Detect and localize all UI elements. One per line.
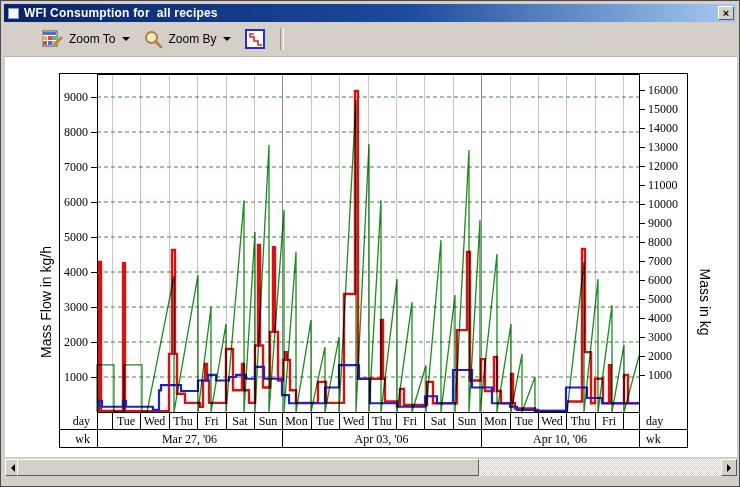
left-axis-title: Mass Flow in kg/h: [38, 246, 54, 358]
step-chart-icon: [245, 29, 265, 49]
svg-text:Fri: Fri: [602, 414, 617, 428]
chart-options-button[interactable]: [240, 27, 270, 51]
horizontal-scrollbar[interactable]: [5, 459, 737, 476]
svg-text:Sun: Sun: [259, 414, 278, 428]
svg-text:16000: 16000: [648, 83, 678, 97]
svg-text:wk: wk: [75, 432, 90, 446]
svg-text:Mon: Mon: [484, 414, 507, 428]
svg-text:4000: 4000: [648, 311, 672, 325]
scroll-right-button[interactable]: [721, 459, 737, 476]
zoom-by-magnifier-icon: [144, 30, 163, 49]
chart-plot[interactable]: 1000200030004000500060007000800090001000…: [60, 74, 687, 447]
svg-text:6000: 6000: [648, 273, 672, 287]
svg-text:9000: 9000: [648, 216, 672, 230]
svg-text:5000: 5000: [648, 292, 672, 306]
svg-text:2000: 2000: [64, 335, 88, 349]
svg-text:13000: 13000: [648, 140, 678, 154]
scroll-right-icon: [727, 464, 731, 472]
svg-text:wk: wk: [646, 432, 661, 446]
svg-text:Apr 10, '06: Apr 10, '06: [533, 432, 587, 446]
svg-text:12000: 12000: [648, 159, 678, 173]
app-icon: [8, 8, 19, 19]
svg-text:Fri: Fri: [403, 414, 418, 428]
svg-text:Sat: Sat: [232, 414, 248, 428]
svg-text:3000: 3000: [64, 300, 88, 314]
zoom-by-button[interactable]: Zoom By: [139, 27, 236, 51]
svg-text:4000: 4000: [64, 265, 88, 279]
svg-text:Thu: Thu: [571, 414, 590, 428]
svg-text:day: day: [73, 414, 90, 428]
svg-text:Sat: Sat: [431, 414, 447, 428]
zoom-to-label: Zoom To: [69, 32, 115, 46]
right-axis-title: Mass in kg: [697, 269, 713, 336]
svg-text:5000: 5000: [64, 230, 88, 244]
zoom-to-chevron-down-icon[interactable]: [122, 37, 130, 41]
close-icon: ×: [723, 8, 729, 19]
svg-text:Tue: Tue: [316, 414, 334, 428]
close-button[interactable]: ×: [718, 6, 734, 20]
scroll-left-icon: [11, 464, 15, 472]
svg-text:Wed: Wed: [343, 414, 365, 428]
svg-text:Tue: Tue: [515, 414, 533, 428]
svg-text:Mon: Mon: [285, 414, 308, 428]
svg-text:Apr 03, '06: Apr 03, '06: [355, 432, 409, 446]
zoom-by-label: Zoom By: [168, 32, 216, 46]
svg-text:15000: 15000: [648, 102, 678, 116]
svg-text:1000: 1000: [64, 370, 88, 384]
scrollbar-thumb[interactable]: [17, 459, 479, 476]
svg-text:10000: 10000: [648, 197, 678, 211]
svg-text:Tue: Tue: [117, 414, 135, 428]
svg-text:3000: 3000: [648, 330, 672, 344]
title-bar[interactable]: WFI Consumption for all recipes ×: [4, 4, 736, 22]
svg-text:14000: 14000: [648, 121, 678, 135]
svg-text:Fri: Fri: [204, 414, 219, 428]
svg-text:7000: 7000: [64, 160, 88, 174]
svg-text:6000: 6000: [64, 195, 88, 209]
zoom-by-chevron-down-icon[interactable]: [223, 37, 231, 41]
svg-text:Wed: Wed: [144, 414, 166, 428]
svg-text:11000: 11000: [648, 178, 678, 192]
zoom-to-button[interactable]: Zoom To: [37, 27, 135, 51]
zoom-to-icon: [42, 30, 64, 48]
svg-text:Sun: Sun: [458, 414, 477, 428]
window: WFI Consumption for all recipes × Zoom T…: [0, 0, 740, 487]
window-title: WFI Consumption for all recipes: [24, 6, 718, 20]
svg-text:9000: 9000: [64, 90, 88, 104]
svg-text:8000: 8000: [648, 235, 672, 249]
svg-text:Mar 27, '06: Mar 27, '06: [162, 432, 217, 446]
svg-text:7000: 7000: [648, 254, 672, 268]
toolbar: Zoom To Zoom By: [4, 22, 736, 57]
chart-area: Mass Flow in kg/h Mass in kg 10002000300…: [5, 57, 737, 457]
toolbar-separator: [280, 28, 284, 50]
svg-text:Thu: Thu: [372, 414, 391, 428]
svg-text:Thu: Thu: [173, 414, 192, 428]
svg-text:2000: 2000: [648, 349, 672, 363]
svg-text:1000: 1000: [648, 368, 672, 382]
chart-panel: 1000200030004000500060007000800090001000…: [59, 73, 688, 448]
svg-text:day: day: [646, 414, 663, 428]
svg-text:8000: 8000: [64, 125, 88, 139]
svg-text:Wed: Wed: [541, 414, 563, 428]
